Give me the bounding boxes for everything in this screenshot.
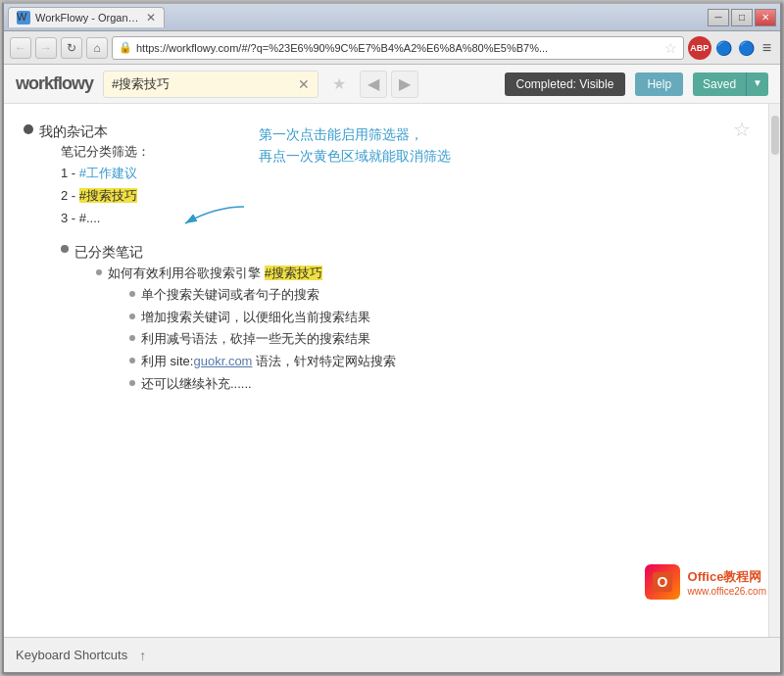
- gc1-text: 单个搜索关键词或者句子的搜索: [141, 285, 319, 306]
- scrollbar[interactable]: [768, 104, 780, 637]
- gc3-bullet: [129, 335, 135, 341]
- grandchildren: 单个搜索关键词或者句子的搜索 增加搜索关键词，以便细化当前搜索结果: [129, 284, 396, 396]
- lock-icon: 🔒: [119, 41, 132, 54]
- sub-root-item: 已分类笔记 如何有效利用谷歌搜索引擎 #搜索技巧: [61, 240, 396, 398]
- favorite-star-button[interactable]: ☆: [733, 118, 751, 141]
- root-label: 我的杂记本: [39, 123, 108, 139]
- saved-button-group: Saved ▼: [693, 72, 768, 96]
- sub-root-bullet: [61, 245, 69, 253]
- grandchild-5: 还可以继续补充......: [129, 373, 396, 396]
- toolbar-icons: ABP 🔵 🔵 ≡: [688, 36, 774, 60]
- root-children: 笔记分类筛选： 1 - #工作建议 2 - #搜索技巧 3 - #....: [61, 142, 396, 397]
- browser-menu-button[interactable]: ≡: [760, 39, 774, 57]
- keyboard-shortcuts-label[interactable]: Keyboard Shortcuts: [16, 648, 127, 662]
- search-box[interactable]: #搜索技巧 ✕: [103, 71, 318, 98]
- grandchild-3: 利用减号语法，砍掉一些无关的搜索结果: [129, 328, 396, 351]
- minimize-button[interactable]: ─: [708, 9, 729, 26]
- nav-forward-button[interactable]: ▶: [391, 71, 418, 98]
- tab-close-btn[interactable]: ✕: [146, 11, 156, 24]
- gc5-bullet: [129, 380, 135, 386]
- close-button[interactable]: ✕: [755, 9, 776, 26]
- title-bar: W WorkFlowy - Organize yo ✕ ─ □ ✕: [4, 4, 780, 31]
- app-logo: workflowy: [16, 73, 93, 94]
- app-header: workflowy #搜索技巧 ✕ ★ ◀ ▶ Completed: Visib…: [4, 65, 780, 104]
- gc5-text: 还可以继续补充......: [141, 374, 252, 395]
- filter-item-1: 1 - #工作建议: [61, 163, 396, 185]
- help-button[interactable]: Help: [635, 72, 683, 96]
- saved-dropdown-button[interactable]: ▼: [746, 72, 768, 96]
- keyboard-bar: Keyboard Shortcuts ↑: [4, 637, 780, 672]
- bookmark-icon[interactable]: ☆: [664, 40, 677, 56]
- search-tag-link[interactable]: #搜索技巧: [265, 266, 322, 280]
- browser-tab[interactable]: W WorkFlowy - Organize yo ✕: [8, 7, 165, 27]
- filter-item-2[interactable]: 2 - #搜索技巧: [61, 185, 396, 208]
- root-bullet: [24, 124, 33, 134]
- back-button[interactable]: ←: [10, 37, 31, 59]
- address-bar: ← → ↻ ⌂ 🔒 https://workflowy.com/#/?q=%23…: [4, 31, 780, 65]
- adblock-button[interactable]: ABP: [688, 36, 711, 60]
- sub-item-1-bullet: [96, 269, 102, 275]
- gc4-bullet: [129, 358, 135, 363]
- tab-favicon: W: [17, 11, 30, 24]
- gc2-text: 增加搜索关键词，以便细化当前搜索结果: [141, 308, 370, 328]
- sub-root-children: 如何有效利用谷歌搜索引擎 #搜索技巧 单个搜索关键词或者句子的搜索: [96, 263, 396, 397]
- nav-back-button[interactable]: ◀: [360, 71, 387, 98]
- filter-link-1[interactable]: #工作建议: [79, 166, 137, 180]
- gc3-text: 利用减号语法，砍掉一些无关的搜索结果: [141, 329, 370, 350]
- grandchild-2: 增加搜索关键词，以便细化当前搜索结果: [129, 307, 396, 329]
- gc1-bullet: [129, 291, 135, 297]
- scrollbar-thumb[interactable]: [771, 116, 779, 155]
- search-text: #搜索技巧: [112, 75, 294, 93]
- window-controls: ─ □ ✕: [708, 9, 776, 26]
- tab-title: WorkFlowy - Organize yo: [35, 12, 140, 24]
- url-box[interactable]: 🔒 https://workflowy.com/#/?q=%23E6%90%9C…: [112, 36, 684, 60]
- home-button[interactable]: ⌂: [86, 37, 108, 59]
- main-content: ☆ 第一次点击能启用筛选器， 再点一次黄色区域就能取消筛选: [4, 104, 780, 637]
- grandchild-1: 单个搜索关键词或者句子的搜索: [129, 284, 396, 307]
- sub-root-label: 已分类笔记: [74, 244, 143, 260]
- grandchild-4: 利用 site:guokr.com 语法，针对特定网站搜索: [129, 351, 396, 373]
- filter-highlight-2[interactable]: #搜索技巧: [79, 188, 137, 203]
- content-area: ☆ 第一次点击能启用筛选器， 再点一次黄色区域就能取消筛选: [4, 104, 768, 637]
- filter-label: 笔记分类筛选：: [61, 142, 396, 163]
- header-nav: ◀ ▶: [360, 71, 418, 98]
- sub-item-1-text: 如何有效利用谷歌搜索引擎 #搜索技巧: [108, 266, 322, 280]
- search-clear-button[interactable]: ✕: [298, 76, 310, 92]
- refresh-button[interactable]: ↻: [61, 37, 82, 59]
- browser-icon-1[interactable]: 🔵: [714, 38, 734, 58]
- forward-button[interactable]: →: [35, 37, 57, 59]
- root-item: 我的杂记本 笔记分类筛选： 1 - #工作建议 2 - #搜索技巧 3 - #.…: [24, 120, 749, 399]
- keyboard-arrow-icon[interactable]: ↑: [139, 648, 146, 663]
- sub-item-1: 如何有效利用谷歌搜索引擎 #搜索技巧 单个搜索关键词或者句子的搜索: [96, 263, 396, 397]
- outline-root: 我的杂记本 笔记分类筛选： 1 - #工作建议 2 - #搜索技巧 3 - #.…: [24, 120, 749, 399]
- gc2-bullet: [129, 314, 135, 319]
- gc4-text: 利用 site:guokr.com 语法，针对特定网站搜索: [141, 352, 396, 372]
- browser-icon-2[interactable]: 🔵: [737, 38, 757, 58]
- url-text: https://workflowy.com/#/?q=%23E6%90%9C%E…: [136, 42, 661, 54]
- maximize-button[interactable]: □: [731, 9, 753, 26]
- saved-button[interactable]: Saved: [693, 72, 746, 96]
- completed-visible-button[interactable]: Completed: Visible: [505, 72, 626, 96]
- search-star-icon[interactable]: ★: [332, 74, 346, 93]
- site-link[interactable]: guokr.com: [193, 354, 252, 368]
- filter-item-3: 3 - #....: [61, 208, 396, 230]
